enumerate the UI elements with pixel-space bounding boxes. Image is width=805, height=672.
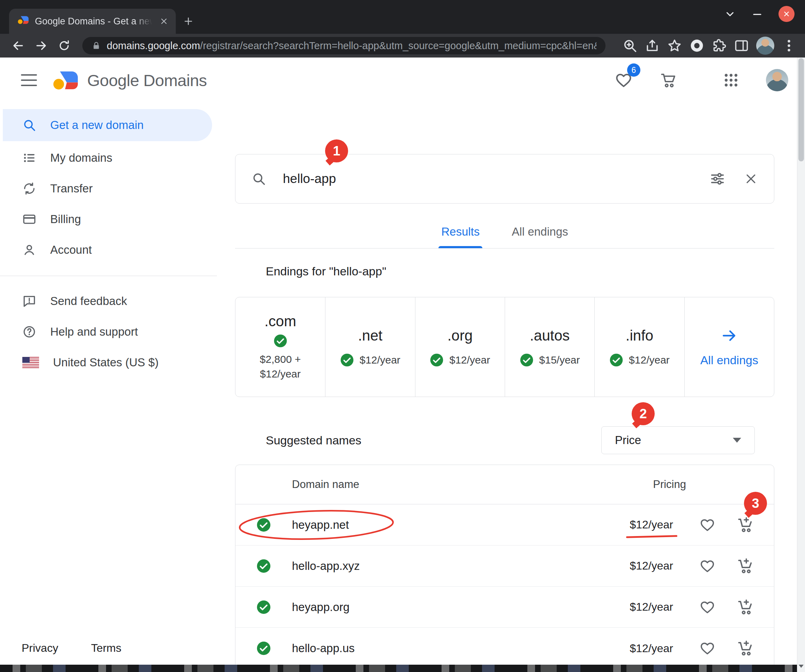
transfer-arrows-icon: [22, 182, 36, 195]
new-tab-button[interactable]: [181, 13, 196, 29]
tab-search-chevron-icon[interactable]: [724, 8, 736, 20]
domain-price: $12/year: [629, 518, 673, 531]
browser-window: Google Domains - Get a new d: [0, 0, 805, 672]
tld-label: .net: [358, 327, 382, 344]
google-apps-grid-icon[interactable]: [723, 72, 739, 89]
domain-name: heyapp.net: [292, 518, 349, 531]
cart-icon[interactable]: [660, 71, 677, 89]
all-endings-card[interactable]: All endings: [684, 297, 774, 397]
browser-profile-avatar[interactable]: [756, 37, 774, 55]
table-row[interactable]: heyapp.org $12/year: [235, 587, 774, 628]
sidebar-item-region-currency[interactable]: United States (US $): [3, 347, 217, 378]
annotation-badge-1: 1: [325, 139, 348, 162]
extensions-puzzle-icon[interactable]: [711, 38, 727, 53]
site-favicon-icon: [17, 15, 29, 27]
forward-icon[interactable]: [32, 37, 50, 55]
browser-toolbar: domains.google.com/registrar/search?sear…: [0, 34, 805, 57]
ending-card-net[interactable]: .net $12/year: [325, 297, 415, 397]
tld-price: $15/year: [539, 354, 580, 366]
account-avatar[interactable]: [766, 69, 788, 91]
add-to-cart-icon[interactable]: [737, 516, 754, 534]
available-check-icon: [256, 559, 271, 574]
tab-close-icon[interactable]: [158, 15, 170, 28]
side-panel-icon[interactable]: [734, 38, 749, 53]
tld-label: .org: [447, 327, 473, 344]
list-icon: [22, 151, 36, 165]
clear-search-icon[interactable]: [744, 172, 758, 186]
sidebar-item-label: Help and support: [50, 325, 138, 338]
available-check-icon: [610, 353, 623, 367]
share-icon[interactable]: [644, 38, 660, 53]
sidebar-item-get-a-new-domain[interactable]: Get a new domain: [3, 109, 212, 141]
credit-card-icon: [22, 212, 36, 226]
privacy-link[interactable]: Privacy: [21, 642, 58, 655]
add-to-cart-icon[interactable]: [737, 557, 754, 575]
person-icon: [22, 243, 36, 257]
favorite-heart-icon[interactable]: [699, 599, 715, 615]
ending-card-info[interactable]: .info $12/year: [594, 297, 684, 397]
filter-tune-icon[interactable]: [710, 171, 725, 187]
help-circle-icon: [22, 325, 36, 339]
sidebar-item-billing[interactable]: Billing: [3, 204, 217, 234]
us-flag-icon: [22, 357, 39, 368]
sidebar-item-help-and-support[interactable]: Help and support: [3, 316, 217, 347]
zoom-icon[interactable]: [622, 38, 637, 53]
available-check-icon: [340, 353, 354, 367]
available-check-icon: [256, 641, 271, 656]
add-to-cart-icon[interactable]: [737, 639, 754, 657]
hamburger-menu-icon[interactable]: [21, 74, 37, 86]
arrow-right-icon: [721, 327, 738, 344]
sidebar-item-label: United States (US $): [53, 356, 159, 369]
favorite-heart-icon[interactable]: [699, 640, 715, 656]
price-text: $12/year: [629, 559, 673, 572]
price-text: $12/year: [629, 642, 673, 655]
password-extension-icon[interactable]: [689, 38, 705, 53]
domain-price: $12/year: [629, 642, 673, 655]
scrollbar-down-arrow[interactable]: [797, 660, 805, 672]
price-text: $12/year: [629, 601, 673, 613]
search-input[interactable]: hello-app: [283, 172, 336, 186]
endings-heading: Endings for "hello-app": [266, 265, 805, 278]
table-row[interactable]: hello-app.xyz $12/year: [235, 546, 774, 587]
sidebar-divider: [0, 276, 217, 276]
tld-label: .com: [264, 313, 296, 330]
sidebar-item-transfer[interactable]: Transfer: [3, 173, 217, 204]
address-bar[interactable]: domains.google.com/registrar/search?sear…: [82, 37, 606, 54]
sort-by-price-dropdown[interactable]: Price 2: [601, 426, 755, 454]
favorites-heart-icon[interactable]: 6: [614, 71, 633, 89]
close-window-icon[interactable]: [779, 6, 795, 22]
suggested-names-table: Domain name Pricing heyapp.net $12/year: [235, 465, 774, 669]
scrollbar-thumb[interactable]: [798, 58, 804, 161]
ending-card-com[interactable]: .com $2,800 +$12/year: [235, 297, 325, 397]
favorite-heart-icon[interactable]: [699, 558, 715, 574]
bookmark-star-icon[interactable]: [667, 38, 682, 53]
sidebar-item-label: Send feedback: [50, 295, 127, 308]
minimize-window-icon[interactable]: [751, 8, 763, 20]
sort-label: Price: [615, 434, 641, 447]
tab-results[interactable]: Results: [436, 225, 485, 248]
table-row[interactable]: heyapp.net $12/year 3: [235, 504, 774, 546]
tab-all-endings[interactable]: All endings: [507, 225, 573, 248]
ending-card-autos[interactable]: .autos $15/year: [505, 297, 594, 397]
brand-name: Google Domains: [87, 71, 207, 90]
annotation-badge-3: 3: [744, 492, 767, 515]
chevron-down-icon: [733, 438, 741, 443]
vertical-scrollbar[interactable]: [797, 57, 805, 672]
terms-link[interactable]: Terms: [91, 642, 122, 655]
sidebar-item-send-feedback[interactable]: Send feedback: [3, 286, 217, 316]
url-path: /registrar/search?searchTerm=hello-app&u…: [200, 40, 596, 51]
lock-icon: [91, 41, 101, 51]
favorite-heart-icon[interactable]: [699, 517, 715, 533]
brand-logo[interactable]: Google Domains: [52, 70, 207, 91]
sidebar-item-my-domains[interactable]: My domains: [3, 143, 217, 173]
reload-icon[interactable]: [55, 37, 73, 55]
back-icon[interactable]: [9, 37, 27, 55]
menu-kebab-icon[interactable]: [781, 38, 797, 53]
domain-search-box[interactable]: hello-app 1: [235, 154, 774, 203]
sidebar-item-account[interactable]: Account: [3, 234, 217, 265]
browser-tab[interactable]: Google Domains - Get a new d: [9, 9, 176, 34]
add-to-cart-icon[interactable]: [737, 598, 754, 616]
app-header: Google Domains 6: [0, 57, 805, 103]
table-row[interactable]: hello-app.us $12/year: [235, 628, 774, 669]
ending-card-org[interactable]: .org $12/year: [415, 297, 505, 397]
